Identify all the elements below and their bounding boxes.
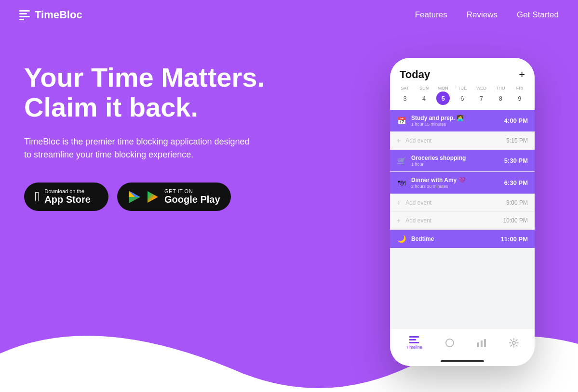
svg-rect-6	[409, 336, 419, 338]
play-store-icon	[128, 190, 141, 204]
event-dinner[interactable]: 🍽 Dinner with Amy 💜 2 hours 30 minutes 6…	[390, 172, 535, 194]
groceries-icon: 🛒	[397, 157, 406, 165]
day-wed-name: WED	[476, 86, 486, 91]
nav-get-started[interactable]: Get Started	[517, 10, 559, 20]
add-plus-icon-2: +	[397, 199, 401, 207]
day-mon-num: 5	[436, 91, 450, 105]
add-event-515[interactable]: + Add event 5:15 PM	[390, 132, 535, 150]
svg-rect-11	[481, 340, 483, 347]
study-name: Study and prep. 🧑‍💻	[411, 115, 499, 121]
event-bedtime[interactable]: 🌙 Bedtime 11:00 PM	[390, 230, 535, 248]
day-fri[interactable]: FRI 9	[511, 86, 528, 105]
day-thu-num: 8	[494, 91, 507, 105]
add-event-1000[interactable]: + Add event 10:00 PM	[390, 212, 535, 230]
add-time-2: 9:00 PM	[506, 199, 528, 206]
appstore-label-top: Download on the	[44, 188, 91, 194]
add-label-2: Add event	[405, 199, 501, 206]
study-time: 4:00 PM	[504, 117, 528, 124]
phone-title: Today	[400, 68, 430, 81]
study-duration: 1 hour 15 minutes	[411, 122, 499, 127]
nav-timeline[interactable]: Timeline	[406, 336, 422, 350]
bedtime-icon: 🌙	[397, 235, 406, 243]
day-wed[interactable]: WED 7	[473, 86, 490, 105]
circle-icon	[445, 338, 455, 348]
day-selector: SAT 3 SUN 4 MON 5 TUE 6 WED 7 THU 8	[390, 84, 535, 110]
day-tue[interactable]: TUE 6	[454, 86, 470, 105]
logo-icon	[19, 10, 30, 20]
hero-section: TimeBloc Features Reviews Get Started Yo…	[0, 0, 578, 392]
appstore-label-bottom: App Store	[44, 194, 91, 205]
day-fri-num: 9	[513, 91, 526, 105]
phone-status-bar	[390, 58, 535, 65]
phone-header: Today +	[390, 65, 535, 84]
event-groceries[interactable]: 🛒 Groceries shopping 1 hour 5:30 PM	[390, 150, 535, 172]
nav-features[interactable]: Features	[415, 10, 447, 20]
stats-icon	[477, 339, 486, 347]
phone-bottom-nav: Timeline	[390, 328, 535, 356]
svg-rect-10	[477, 342, 479, 347]
add-event-900[interactable]: + Add event 9:00 PM	[390, 194, 535, 212]
home-indicator	[390, 356, 535, 366]
cta-buttons:  Download on the App Store	[24, 183, 304, 211]
day-sat-num: 3	[398, 91, 412, 105]
day-sun[interactable]: SUN 4	[416, 86, 432, 105]
day-fri-name: FRI	[516, 86, 524, 91]
apple-icon: 	[35, 189, 40, 205]
dinner-name: Dinner with Amy 💜	[411, 177, 499, 183]
nav-stats[interactable]	[477, 339, 486, 347]
event-study[interactable]: 📅 Study and prep. 🧑‍💻 1 hour 15 minutes …	[390, 110, 535, 132]
googleplay-label-bottom: Google Play	[164, 194, 220, 205]
schedule: 📅 Study and prep. 🧑‍💻 1 hour 15 minutes …	[390, 110, 535, 328]
googleplay-label-top: GET IT ON	[164, 188, 220, 194]
add-time-3: 10:00 PM	[503, 217, 528, 224]
day-sat-name: SAT	[401, 86, 409, 91]
googleplay-button[interactable]: GET IT ON Google Play	[117, 183, 231, 211]
groceries-time: 5:30 PM	[504, 157, 528, 164]
day-sat[interactable]: SAT 3	[397, 86, 413, 105]
dinner-time: 6:30 PM	[504, 179, 528, 186]
dinner-duration: 2 hours 30 minutes	[411, 184, 499, 189]
svg-rect-8	[409, 342, 419, 343]
timeline-icon	[409, 336, 419, 344]
svg-rect-7	[409, 339, 416, 340]
add-plus-icon-3: +	[397, 217, 401, 224]
day-sun-name: SUN	[419, 86, 429, 91]
hero-description: TimeBloc is the premier time blocking ap…	[24, 135, 255, 161]
nav-links: Features Reviews Get Started	[415, 10, 559, 20]
phone-add-button[interactable]: +	[519, 68, 525, 81]
phone-mockup: Today + SAT 3 SUN 4 MON 5 TUE 6 WED	[390, 58, 535, 366]
nav-settings[interactable]	[509, 338, 519, 348]
headline-line1: Your Time Matters.	[24, 63, 304, 92]
nav-circle[interactable]	[445, 338, 455, 348]
svg-point-13	[512, 341, 515, 344]
day-tue-name: TUE	[458, 86, 467, 91]
home-bar	[441, 360, 484, 362]
bedtime-time: 11:00 PM	[501, 235, 528, 243]
day-tue-num: 6	[456, 91, 469, 105]
svg-marker-5	[129, 197, 140, 203]
hero-headline: Your Time Matters. Claim it back.	[24, 63, 304, 122]
day-sun-num: 4	[417, 91, 431, 105]
logo: TimeBloc	[19, 9, 82, 21]
groceries-duration: 1 hour	[411, 162, 499, 167]
hero-content: Your Time Matters. Claim it back. TimeBl…	[24, 63, 304, 211]
dinner-icon: 🍽	[397, 179, 406, 187]
timeline-label: Timeline	[406, 345, 422, 350]
study-icon: 📅	[397, 117, 406, 125]
logo-text: TimeBloc	[35, 9, 82, 21]
add-label-3: Add event	[405, 217, 498, 224]
add-time: 5:15 PM	[506, 137, 528, 144]
appstore-button[interactable]:  Download on the App Store	[24, 183, 108, 211]
settings-icon	[509, 338, 519, 348]
add-plus-icon: +	[397, 137, 401, 144]
day-mon-name: MON	[438, 86, 448, 91]
nav-reviews[interactable]: Reviews	[467, 10, 497, 20]
day-wed-num: 7	[475, 91, 488, 105]
day-mon[interactable]: MON 5	[435, 86, 451, 105]
groceries-name: Groceries shopping	[411, 155, 499, 161]
headline-line2: Claim it back.	[24, 92, 304, 122]
svg-point-9	[446, 339, 454, 347]
bedtime-name: Bedtime	[411, 235, 496, 242]
day-thu-name: THU	[496, 86, 505, 91]
day-thu[interactable]: THU 8	[492, 86, 509, 105]
